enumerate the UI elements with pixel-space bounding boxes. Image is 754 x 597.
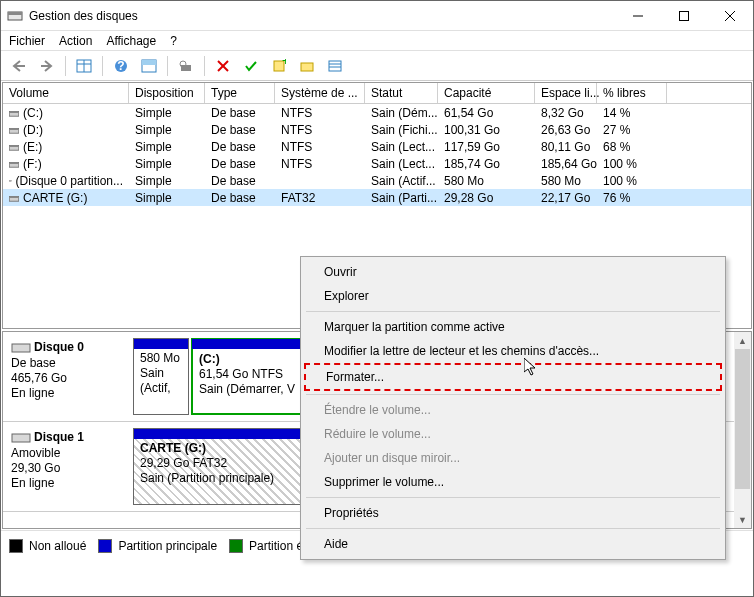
partition[interactable]: (C:)61,54 Go NTFSSain (Démarrer, V <box>191 338 306 415</box>
svg-rect-14 <box>142 60 156 65</box>
disk-info: Disque 1Amovible29,30 GoEn ligne <box>3 428 133 505</box>
cell-status: Sain (Dém... <box>365 106 438 120</box>
context-menu-separator <box>306 497 720 498</box>
cell-pct: 27 % <box>597 123 667 137</box>
context-menu: OuvrirExplorerMarquer la partition comme… <box>300 256 726 560</box>
svg-rect-26 <box>9 111 19 113</box>
svg-rect-28 <box>9 128 19 130</box>
forward-button[interactable] <box>35 54 59 78</box>
cell-status: Sain (Lect... <box>365 157 438 171</box>
view-table-icon[interactable] <box>72 54 96 78</box>
menu-action[interactable]: Action <box>59 34 92 48</box>
cell-pct: 100 % <box>597 174 667 188</box>
svg-rect-15 <box>181 65 191 71</box>
col-pct-free[interactable]: % libres <box>597 83 667 103</box>
cell-filesystem: NTFS <box>275 140 365 154</box>
legend-swatch <box>98 539 112 553</box>
cell-type: De base <box>205 191 275 205</box>
menubar: Fichier Action Affichage ? <box>1 31 753 51</box>
table-row[interactable]: (F:)SimpleDe baseNTFSSain (Lect...185,74… <box>3 155 751 172</box>
cell-volume: (E:) <box>3 140 129 154</box>
svg-rect-38 <box>12 434 30 442</box>
context-menu-separator <box>306 528 720 529</box>
col-filesystem[interactable]: Système de ... <box>275 83 365 103</box>
context-menu-separator <box>306 394 720 395</box>
table-row[interactable]: (D:)SimpleDe baseNTFSSain (Fichi...100,3… <box>3 121 751 138</box>
svg-text:?: ? <box>117 59 124 73</box>
svg-rect-30 <box>9 145 19 147</box>
svg-rect-32 <box>9 162 19 164</box>
table-row[interactable]: (Disque 0 partition...SimpleDe baseSain … <box>3 172 751 189</box>
cell-free: 8,32 Go <box>535 106 597 120</box>
new-icon[interactable]: + <box>267 54 291 78</box>
cell-capacity: 100,31 Go <box>438 123 535 137</box>
context-menu-item[interactable]: Formater... <box>304 363 722 391</box>
svg-rect-1 <box>8 12 22 15</box>
vertical-scrollbar[interactable]: ▲ ▼ <box>734 332 751 528</box>
cell-volume: (C:) <box>3 106 129 120</box>
context-menu-item[interactable]: Aide <box>304 532 722 556</box>
menu-view[interactable]: Affichage <box>106 34 156 48</box>
svg-rect-37 <box>12 344 30 352</box>
window-title: Gestion des disques <box>29 9 615 23</box>
context-menu-item: Étendre le volume... <box>304 398 722 422</box>
menu-file[interactable]: Fichier <box>9 34 45 48</box>
menu-help[interactable]: ? <box>170 34 177 48</box>
col-volume[interactable]: Volume <box>3 83 129 103</box>
cell-filesystem: FAT32 <box>275 191 365 205</box>
context-menu-item[interactable]: Propriétés <box>304 501 722 525</box>
maximize-button[interactable] <box>661 1 707 31</box>
cell-type: De base <box>205 106 275 120</box>
cell-free: 80,11 Go <box>535 140 597 154</box>
cell-type: De base <box>205 157 275 171</box>
close-button[interactable] <box>707 1 753 31</box>
cell-free: 580 Mo <box>535 174 597 188</box>
back-button[interactable] <box>7 54 31 78</box>
table-row[interactable]: (C:)SimpleDe baseNTFSSain (Dém...61,54 G… <box>3 104 751 121</box>
context-menu-item[interactable]: Supprimer le volume... <box>304 470 722 494</box>
cell-status: Sain (Lect... <box>365 140 438 154</box>
col-status[interactable]: Statut <box>365 83 438 103</box>
col-capacity[interactable]: Capacité <box>438 83 535 103</box>
toolbar: ? + <box>1 51 753 81</box>
context-menu-item[interactable]: Marquer la partition comme active <box>304 315 722 339</box>
table-header: Volume Disposition Type Système de ... S… <box>3 83 751 104</box>
folder-icon[interactable] <box>295 54 319 78</box>
minimize-button[interactable] <box>615 1 661 31</box>
cell-disposition: Simple <box>129 191 205 205</box>
cell-volume: CARTE (G:) <box>3 191 129 205</box>
list-icon[interactable] <box>323 54 347 78</box>
app-icon <box>7 8 23 24</box>
cell-disposition: Simple <box>129 123 205 137</box>
svg-text:+: + <box>282 59 286 68</box>
scroll-up-arrow[interactable]: ▲ <box>734 332 751 349</box>
disk-info: Disque 0De base465,76 GoEn ligne <box>3 338 133 415</box>
delete-icon[interactable] <box>211 54 235 78</box>
context-menu-item[interactable]: Modifier la lettre de lecteur et les che… <box>304 339 722 363</box>
cell-type: De base <box>205 123 275 137</box>
svg-rect-22 <box>329 61 341 71</box>
col-free-space[interactable]: Espace li... <box>535 83 597 103</box>
cell-free: 185,64 Go <box>535 157 597 171</box>
svg-rect-21 <box>301 63 313 71</box>
col-type[interactable]: Type <box>205 83 275 103</box>
svg-rect-36 <box>9 196 19 198</box>
context-menu-item[interactable]: Ouvrir <box>304 260 722 284</box>
scroll-thumb[interactable] <box>735 349 750 489</box>
check-icon[interactable] <box>239 54 263 78</box>
context-menu-item[interactable]: Explorer <box>304 284 722 308</box>
help-icon[interactable]: ? <box>109 54 133 78</box>
settings-icon[interactable] <box>174 54 198 78</box>
cell-type: De base <box>205 174 275 188</box>
col-disposition[interactable]: Disposition <box>129 83 205 103</box>
cell-status: Sain (Fichi... <box>365 123 438 137</box>
table-row[interactable]: CARTE (G:)SimpleDe baseFAT32Sain (Parti.… <box>3 189 751 206</box>
legend-label: Partition principale <box>118 539 217 553</box>
layout-icon[interactable] <box>137 54 161 78</box>
scroll-down-arrow[interactable]: ▼ <box>734 511 751 528</box>
cell-capacity: 117,59 Go <box>438 140 535 154</box>
partition[interactable]: 580 MoSain (Actif, <box>133 338 189 415</box>
table-row[interactable]: (E:)SimpleDe baseNTFSSain (Lect...117,59… <box>3 138 751 155</box>
cell-filesystem: NTFS <box>275 123 365 137</box>
cell-disposition: Simple <box>129 157 205 171</box>
